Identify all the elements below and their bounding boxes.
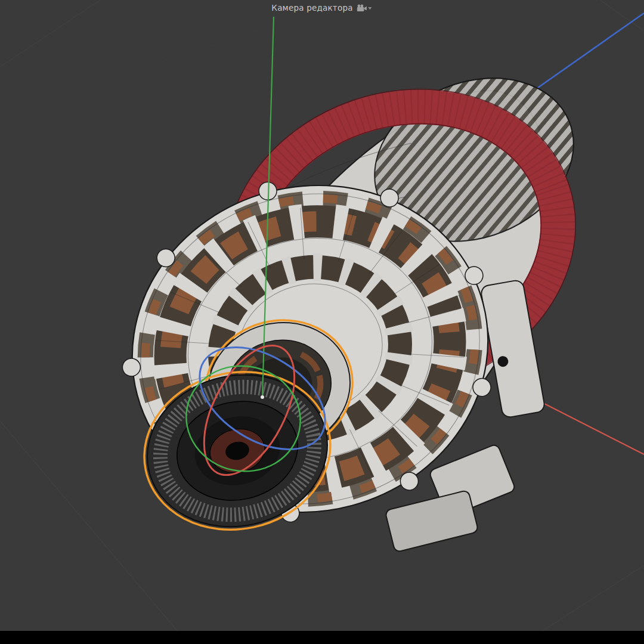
editor-camera-icon[interactable] (357, 4, 373, 12)
viewport: Камера редактора (0, 0, 644, 644)
camera-label-text[interactable]: Камера редактора (271, 3, 352, 13)
caret-down-icon (369, 7, 372, 10)
camera-label[interactable]: Камера редактора (271, 3, 372, 13)
viewport-canvas[interactable] (0, 0, 644, 644)
bottom-bar (0, 631, 644, 644)
gizmo-center[interactable] (261, 395, 264, 399)
